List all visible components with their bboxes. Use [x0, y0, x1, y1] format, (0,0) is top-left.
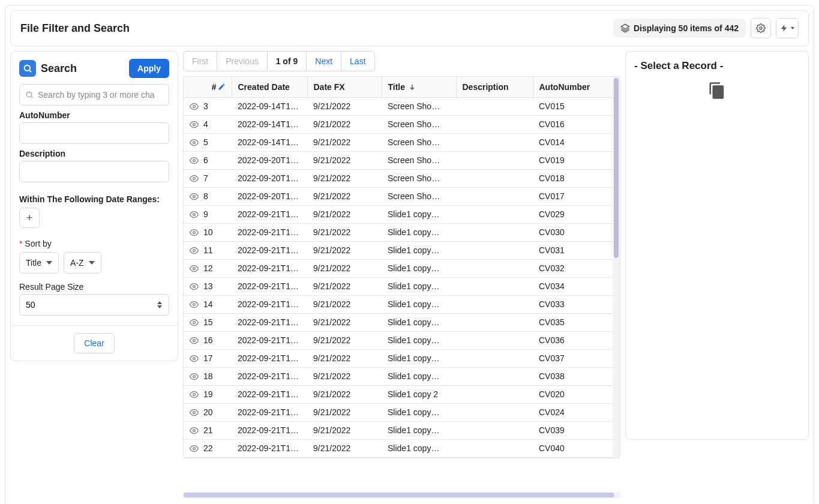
table-row[interactable]: 42022-09-14T17…9/21/2022Screen Sho…CV016 — [184, 115, 613, 133]
detail-title: - Select a Record - — [634, 60, 723, 72]
table-row[interactable]: 152022-09-21T15…9/21/2022Slide1 copy…CV0… — [184, 313, 613, 331]
eye-icon[interactable] — [190, 102, 199, 111]
apply-button[interactable]: Apply — [129, 59, 169, 78]
cell-title: Slide1 copy… — [382, 295, 456, 313]
table-row[interactable]: 92022-09-21T15…9/21/2022Slide1 copy…CV02… — [184, 205, 613, 223]
actions-menu-button[interactable] — [776, 18, 799, 38]
table-row[interactable]: 212022-09-21T15…9/21/2022Slide1 copy…CV0… — [184, 421, 613, 439]
eye-icon[interactable] — [190, 138, 199, 147]
svg-point-16 — [193, 267, 196, 269]
table-row[interactable]: 202022-09-21T15…9/21/2022Slide1 copy…CV0… — [184, 403, 613, 421]
eye-icon[interactable] — [190, 246, 199, 255]
search-heading-text: Search — [41, 62, 77, 75]
table-row[interactable]: 142022-09-21T15…9/21/2022Slide1 copy…CV0… — [184, 295, 613, 313]
cell-description — [456, 313, 533, 331]
table-row[interactable]: 172022-09-21T15…9/21/2022Slide1 copy…CV0… — [184, 349, 613, 367]
cell-datefx: 9/21/2022 — [307, 349, 382, 367]
stepper-up-icon[interactable] — [157, 301, 162, 304]
cell-autonumber: CV038 — [533, 367, 613, 385]
eye-icon[interactable] — [190, 336, 199, 345]
table-row[interactable]: 122022-09-21T15…9/21/2022Slide1 copy…CV0… — [184, 259, 613, 277]
scrollbar-thumb[interactable] — [184, 493, 614, 497]
table-row[interactable]: 102022-09-21T15…9/21/2022Slide1 copy…CV0… — [184, 223, 613, 241]
row-index: 14 — [203, 299, 213, 309]
pagination-bar: First Previous 1 of 9 Next Last — [183, 51, 620, 71]
eye-icon[interactable] — [190, 354, 199, 363]
cell-created: 2022-09-21T15… — [232, 403, 307, 421]
eye-icon[interactable] — [190, 192, 199, 201]
eye-icon[interactable] — [190, 120, 199, 129]
page-first-button[interactable]: First — [183, 51, 217, 71]
table-row[interactable]: 192022-09-21T15…9/21/2022Slide1 copy 2CV… — [184, 385, 613, 403]
svg-point-24 — [193, 411, 196, 413]
cell-autonumber: CV030 — [533, 223, 613, 241]
row-index: 6 — [203, 155, 208, 165]
table-row[interactable]: 82022-09-20T16…9/21/2022Screen Sho…CV017 — [184, 187, 613, 205]
eye-icon[interactable] — [190, 282, 199, 291]
settings-button[interactable] — [751, 18, 771, 38]
scrollbar-thumb[interactable] — [614, 78, 619, 258]
eye-icon[interactable] — [190, 372, 199, 381]
eye-icon[interactable] — [190, 390, 199, 399]
column-header-index[interactable]: # — [184, 77, 232, 97]
cell-datefx: 9/21/2022 — [307, 187, 382, 205]
page-previous-button[interactable]: Previous — [217, 51, 267, 71]
eye-icon[interactable] — [190, 300, 199, 309]
cell-autonumber: CV039 — [533, 421, 613, 439]
page-size-input[interactable] — [19, 294, 169, 316]
svg-point-7 — [193, 105, 196, 107]
eye-icon[interactable] — [190, 318, 199, 327]
eye-icon[interactable] — [190, 174, 199, 183]
description-input[interactable] — [19, 161, 169, 182]
table-row[interactable]: 52022-09-14T17…9/21/2022Screen Sho…CV014 — [184, 133, 613, 151]
svg-point-12 — [193, 195, 196, 197]
stepper-down-icon[interactable] — [157, 305, 162, 308]
cell-created: 2022-09-20T16… — [232, 151, 307, 169]
table-row[interactable]: 162022-09-21T15…9/21/2022Slide1 copy…CV0… — [184, 331, 613, 349]
search-input[interactable] — [19, 84, 169, 106]
table-row[interactable]: 222022-09-21T15…9/21/2022Slide1 copy…CV0… — [184, 439, 613, 457]
eye-icon[interactable] — [190, 264, 199, 273]
app-container: File Filter and Search Displaying 50 ite… — [5, 5, 814, 504]
table-row[interactable]: 112022-09-21T15…9/21/2022Slide1 copy…CV0… — [184, 241, 613, 259]
svg-point-26 — [193, 447, 196, 449]
page-last-button[interactable]: Last — [341, 51, 374, 71]
cell-description — [456, 349, 533, 367]
cell-autonumber: CV035 — [533, 313, 613, 331]
svg-point-15 — [193, 249, 196, 251]
horizontal-scrollbar[interactable] — [183, 492, 620, 498]
cell-created: 2022-09-21T15… — [232, 223, 307, 241]
eye-icon[interactable] — [190, 408, 199, 417]
table-row[interactable]: 32022-09-14T17…9/21/2022Screen Sho…CV015 — [184, 97, 613, 115]
eye-icon[interactable] — [190, 228, 199, 237]
eye-icon[interactable] — [190, 444, 199, 453]
column-header-created[interactable]: Created Date — [232, 77, 307, 97]
cell-description — [456, 133, 533, 151]
add-date-range-button[interactable]: + — [19, 208, 40, 228]
table-row[interactable]: 182022-09-21T15…9/21/2022Slide1 copy…CV0… — [184, 367, 613, 385]
row-index: 5 — [203, 137, 208, 147]
page-size-stepper[interactable] — [157, 296, 166, 313]
cell-datefx: 9/21/2022 — [307, 115, 382, 133]
autonumber-input[interactable] — [19, 122, 169, 144]
column-header-autonumber[interactable]: AutoNumber — [533, 77, 613, 97]
column-header-title[interactable]: Title — [382, 77, 456, 97]
sort-field-select[interactable]: Title — [19, 252, 59, 274]
table-row[interactable]: 132022-09-21T15…9/21/2022Slide1 copy…CV0… — [184, 277, 613, 295]
clear-button[interactable]: Clear — [74, 333, 114, 353]
cell-datefx: 9/21/2022 — [307, 421, 382, 439]
cell-created: 2022-09-14T17… — [232, 97, 307, 115]
table-row[interactable]: 72022-09-20T16…9/21/2022Screen Sho…CV018 — [184, 169, 613, 187]
column-header-description[interactable]: Description — [456, 77, 533, 97]
eye-icon[interactable] — [190, 210, 199, 219]
cell-description — [456, 205, 533, 223]
sort-direction-select[interactable]: A-Z — [64, 252, 101, 274]
eye-icon[interactable] — [190, 426, 199, 435]
column-header-datefx[interactable]: Date FX — [307, 77, 382, 97]
svg-point-9 — [193, 141, 196, 143]
table-row[interactable]: 62022-09-20T16…9/21/2022Screen Sho…CV019 — [184, 151, 613, 169]
cell-description — [456, 367, 533, 385]
vertical-scrollbar[interactable] — [613, 77, 620, 458]
page-next-button[interactable]: Next — [306, 51, 341, 71]
eye-icon[interactable] — [190, 156, 199, 165]
